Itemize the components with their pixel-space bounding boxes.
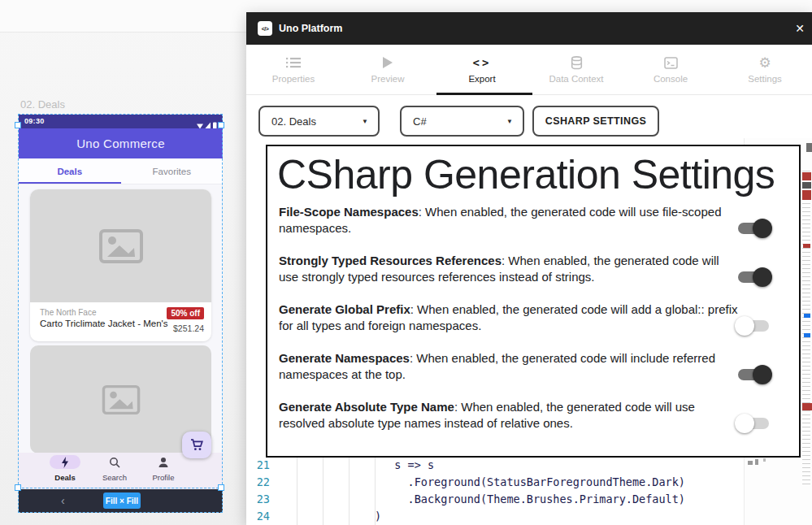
search-pill [99, 455, 130, 469]
tab-label: Console [654, 74, 688, 84]
setting-name: Strongly Typed Resources References [279, 254, 502, 267]
code-brackets-icon: <> [473, 55, 492, 70]
database-icon [571, 55, 583, 70]
setting-name: Generate Absolute Type Name [279, 400, 454, 414]
back-chevron-icon[interactable]: ‹ [61, 494, 65, 507]
selection-handle-top-left[interactable] [15, 122, 21, 128]
line-number: 24 [249, 510, 270, 523]
bolt-icon [61, 457, 69, 468]
panel-title: Uno Platform [279, 23, 342, 34]
tab-label: Settings [748, 74, 782, 84]
toggle-thumb [735, 414, 754, 433]
active-pill [50, 455, 80, 469]
setting-generate-namespaces: Generate Namespaces: When enabled, the g… [279, 350, 738, 383]
toggle-generate-global-prefix[interactable] [738, 316, 769, 336]
nav-item-profile[interactable]: Profile [141, 455, 186, 482]
preview-page-label: 02. Deals [20, 98, 65, 111]
play-icon [383, 55, 393, 70]
minimap-mark [804, 314, 810, 318]
tab-label: Properties [272, 74, 315, 84]
toggle-generate-absolute-type-name[interactable] [738, 414, 769, 433]
tab-export[interactable]: <> Export [435, 45, 529, 94]
page-select-dropdown[interactable]: 02. Deals ▼ [258, 106, 380, 137]
tab-label: Export [468, 74, 495, 84]
code-line[interactable]: .Background(Theme.Brushes.Primary.Defaul… [276, 492, 685, 505]
fill-size-button[interactable]: Fill × Fill [103, 492, 141, 509]
uno-platform-logo-icon: </> [258, 21, 272, 36]
code-line[interactable]: s => s [276, 458, 434, 471]
product-brand: The North Face [40, 308, 96, 317]
nav-label: Profile [141, 473, 186, 482]
cart-fab-button[interactable] [182, 432, 211, 458]
phone-tab-deals[interactable]: Deals [19, 158, 121, 184]
minimap-mark [748, 461, 753, 465]
toggle-thumb [753, 365, 772, 384]
minimap-mark [763, 458, 766, 462]
minimap-mark [755, 459, 758, 465]
toggle-thumb [753, 219, 772, 238]
properties-list-icon [286, 55, 301, 70]
selection-handle-bottom-left[interactable] [15, 484, 21, 491]
setting-file-scope-namespaces: File-Scope Namespaces: When enabled, the… [279, 204, 738, 236]
tab-console[interactable]: Console [623, 45, 718, 94]
selection-handle-top-right[interactable] [218, 122, 224, 128]
designer-toolbar: ‹ Fill × Fill [19, 489, 223, 513]
minimap-texture [802, 171, 810, 488]
panel-header: </> Uno Platform ✕ [246, 12, 812, 45]
csharp-settings-button[interactable]: CSHARP SETTINGS [532, 106, 659, 137]
setting-name: Generate Namespaces [279, 351, 410, 365]
tab-properties[interactable]: Properties [246, 45, 341, 94]
profile-icon [158, 457, 169, 468]
code-line[interactable]: ) [276, 510, 381, 523]
tab-label: Preview [371, 74, 405, 84]
code-line[interactable]: .Foreground(StatusBarForegroundTheme.Dar… [276, 475, 685, 488]
setting-name: File-Scope Namespaces [279, 205, 419, 219]
minimap-mark [802, 172, 811, 180]
toggle-file-scope-namespaces[interactable] [738, 219, 769, 238]
product-price: $251.24 [173, 323, 204, 333]
language-select-dropdown[interactable]: C# ▼ [400, 106, 524, 137]
image-placeholder-icon [98, 228, 145, 265]
close-icon[interactable]: ✕ [792, 20, 808, 37]
panel-tab-bar: Properties Preview <> Export Data Contex… [246, 45, 812, 95]
toggle-generate-namespaces[interactable] [738, 365, 769, 384]
tab-label: Data Context [549, 74, 603, 84]
toggle-thumb [753, 267, 772, 287]
nav-label: Search [92, 473, 137, 482]
editor-scrollbar-thumb[interactable] [806, 143, 812, 152]
discount-badge: 50% off [167, 307, 204, 319]
setting-strongly-typed-resources: Strongly Typed Resources References: Whe… [279, 253, 738, 285]
chevron-down-icon: ▼ [362, 118, 368, 125]
setting-generate-absolute-type-name: Generate Absolute Type Name: When enable… [279, 399, 738, 432]
product-name: Carto Triclimate Jacket - Men's [40, 319, 168, 328]
product-card[interactable]: The North Face Carto Triclimate Jacket -… [30, 189, 211, 341]
selection-handle-bottom-right[interactable] [218, 484, 224, 491]
minimap-mark [803, 244, 810, 248]
phone-tab-favorites[interactable]: Favorites [121, 158, 224, 184]
toggle-strongly-typed-resources[interactable] [738, 267, 769, 287]
language-select-value: C# [413, 115, 427, 128]
tab-settings[interactable]: ⚙ Settings [718, 45, 812, 94]
phone-status-bar: 09:30 [19, 115, 223, 128]
nav-item-search[interactable]: Search [92, 455, 137, 482]
profile-pill [148, 455, 179, 469]
app-bar-title: Uno Commerce [76, 137, 165, 150]
console-icon [664, 55, 678, 70]
nav-item-deals[interactable]: Deals [42, 455, 88, 482]
product-image-placeholder [30, 189, 211, 302]
gear-icon: ⚙ [758, 55, 771, 70]
active-tab-underline [436, 93, 532, 95]
tab-data-context[interactable]: Data Context [529, 45, 623, 94]
cart-icon [190, 439, 204, 451]
phone-app-bar: Uno Commerce [19, 128, 223, 158]
toggle-thumb [735, 316, 754, 336]
line-number: 23 [249, 492, 270, 505]
page-select-value: 02. Deals [271, 115, 316, 128]
modal-title: CSharp Generation Settings [277, 151, 797, 198]
phone-tab-bar: Deals Favorites [19, 158, 223, 184]
setting-name: Generate Global Prefix [279, 302, 410, 316]
tab-preview[interactable]: Preview [341, 45, 435, 94]
setting-generate-global-prefix: Generate Global Prefix: When enabled, th… [279, 302, 738, 334]
status-bar-time: 09:30 [24, 117, 45, 125]
line-number: 22 [249, 475, 270, 488]
